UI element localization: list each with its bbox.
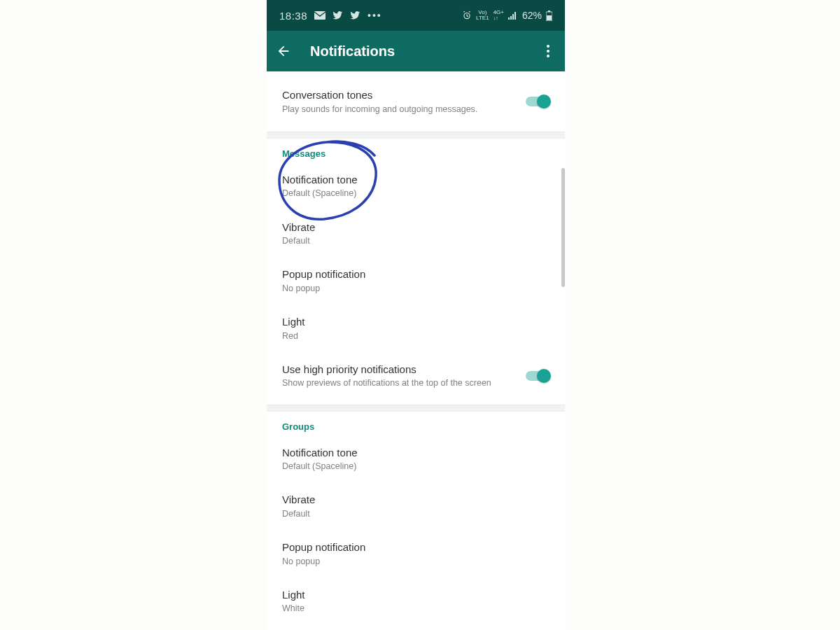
setting-subtitle: No popup <box>282 556 550 567</box>
section-divider <box>267 405 565 412</box>
setting-title: Notification tone <box>282 173 550 187</box>
section-divider <box>267 132 565 139</box>
twitter-icon <box>332 11 343 20</box>
svg-rect-3 <box>510 16 512 20</box>
content-area: Conversation tones Play sounds for incom… <box>267 71 565 630</box>
mail-icon <box>314 11 326 20</box>
setting-title: Vibrate <box>282 493 550 507</box>
setting-subtitle: White <box>282 603 550 614</box>
messages-notification-tone-row[interactable]: Notification tone Default (Spaceline) <box>267 162 565 209</box>
alarm-icon <box>462 10 472 20</box>
setting-subtitle: Default <box>282 235 550 246</box>
svg-rect-4 <box>512 14 514 20</box>
conversation-tones-toggle[interactable] <box>526 94 550 108</box>
setting-title: Notification tone <box>282 446 550 460</box>
setting-title: Use high priority notifications <box>282 363 517 377</box>
setting-subtitle: No popup <box>282 283 550 294</box>
network-text: Vo)LTE1 <box>476 10 489 21</box>
svg-rect-0 <box>314 11 326 20</box>
conversation-tones-row[interactable]: Conversation tones Play sounds for incom… <box>267 71 565 125</box>
setting-subtitle: Red <box>282 330 550 342</box>
page-title: Notifications <box>310 43 522 59</box>
messages-high-priority-toggle[interactable] <box>526 369 550 383</box>
setting-subtitle: Play sounds for incoming and outgoing me… <box>282 104 517 115</box>
svg-rect-2 <box>508 18 510 20</box>
setting-subtitle: Show previews of notifications at the to… <box>282 377 517 388</box>
setting-title: Light <box>282 315 550 329</box>
status-bar: 18:38 ••• Vo)LTE1 4G+↓↑ 62% <box>267 0 565 31</box>
svg-rect-5 <box>514 12 516 20</box>
status-time: 18:38 <box>279 10 307 22</box>
svg-rect-8 <box>547 15 552 20</box>
groups-popup-row[interactable]: Popup notification No popup <box>267 529 565 577</box>
app-bar: Notifications <box>267 31 565 71</box>
messages-vibrate-row[interactable]: Vibrate Default <box>267 209 565 257</box>
battery-icon <box>546 10 552 21</box>
svg-rect-7 <box>548 10 550 12</box>
overflow-menu-button[interactable] <box>538 41 558 61</box>
setting-title: Popup notification <box>282 540 550 554</box>
groups-light-row[interactable]: Light White <box>267 577 565 624</box>
setting-title: Conversation tones <box>282 88 517 102</box>
scroll-indicator[interactable] <box>561 168 565 287</box>
messages-light-row[interactable]: Light Red <box>267 304 565 351</box>
groups-vibrate-row[interactable]: Vibrate Default <box>267 482 565 529</box>
setting-title: Light <box>282 588 550 602</box>
groups-high-priority-row[interactable]: Use high priority notifications <box>267 624 565 631</box>
back-button[interactable] <box>274 41 293 61</box>
messages-popup-row[interactable]: Popup notification No popup <box>267 256 565 304</box>
more-icon: ••• <box>368 10 382 21</box>
setting-subtitle: Default (Spaceline) <box>282 461 550 472</box>
setting-subtitle: Default (Spaceline) <box>282 188 550 199</box>
messages-high-priority-row[interactable]: Use high priority notifications Show pre… <box>267 351 565 399</box>
network-text-2: 4G+↓↑ <box>493 10 504 21</box>
messages-section-header: Messages <box>267 139 565 162</box>
setting-title: Popup notification <box>282 267 550 281</box>
phone-frame: 18:38 ••• Vo)LTE1 4G+↓↑ 62% <box>267 0 565 630</box>
groups-section-header: Groups <box>267 412 565 435</box>
battery-percentage: 62% <box>522 10 542 21</box>
twitter-icon <box>350 11 360 20</box>
groups-notification-tone-row[interactable]: Notification tone Default (Spaceline) <box>267 435 565 482</box>
setting-title: Vibrate <box>282 220 550 234</box>
signal-icon <box>508 11 518 20</box>
setting-subtitle: Default <box>282 508 550 519</box>
